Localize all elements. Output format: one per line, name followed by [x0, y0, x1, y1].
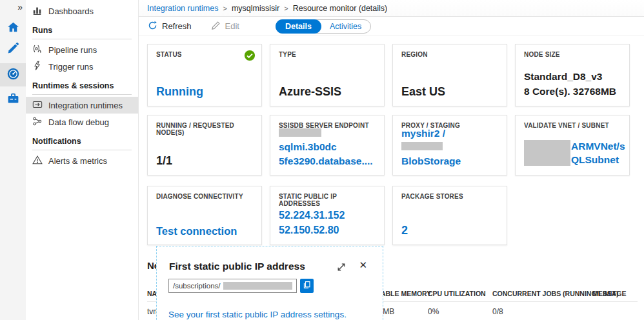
- card-validate-vnet: VALIDATE VNET / SUBNET ARMVNet/s QLSubne…: [515, 115, 630, 175]
- alert-triangle-icon: [32, 155, 43, 167]
- first-static-ip-dialog: First static public IP address ✕ /subscr…: [156, 246, 383, 320]
- breadcrumb-runtime-name: mysqlmissisir: [232, 4, 279, 13]
- region-value: East US: [401, 85, 499, 99]
- card-ssisdb-endpoint: SSISDB SERVER ENDPOINT sqlmi.3b0dc 5fe32…: [270, 115, 385, 175]
- card-label: NODE SIZE: [524, 51, 621, 58]
- ssisdb-endpoint-link[interactable]: sqlmi.3b0dc 5fe3290.database....: [279, 126, 377, 168]
- static-ips-links[interactable]: 52.224.31.152 52.150.52.80: [279, 208, 377, 237]
- breadcrumb: Integration runtimes > mysqlmissisir > R…: [139, 0, 644, 17]
- redacted-subscription-id: [223, 282, 292, 290]
- card-label: STATUS: [156, 51, 253, 58]
- redacted-endpoint: [279, 128, 321, 137]
- card-label: VALIDATE VNET / SUBNET: [524, 122, 621, 129]
- edit-pencil-icon: [211, 21, 221, 32]
- static-ip-settings-link[interactable]: See your first static public IP address …: [168, 310, 347, 319]
- copy-button[interactable]: [300, 279, 314, 293]
- breadcrumb-integration-runtimes[interactable]: Integration runtimes: [147, 4, 218, 13]
- view-toggle: Details Activities: [276, 19, 371, 34]
- sidebar-item-label: Integration runtimes: [48, 101, 123, 110]
- test-connection-link[interactable]: Test connection: [156, 225, 254, 237]
- sidebar-item-label: Data flow debug: [48, 117, 109, 127]
- card-node-size: NODE SIZE Standard_D8_v3 8 Core(s). 3276…: [515, 44, 630, 106]
- card-running-nodes: RUNNING / REQUESTED NODE(S) 1/1: [147, 115, 262, 175]
- input-prefix-text: /subscriptions/: [173, 282, 221, 290]
- trigger-runs-icon: [32, 61, 43, 73]
- ssisdb-line1: sqlmi.3b0dc: [279, 141, 337, 152]
- column-header-cpu-utilization: CPU UTILIZATION: [428, 290, 486, 297]
- redacted-vnet: [524, 140, 570, 166]
- proxy-line1: myshir2 /: [401, 126, 499, 140]
- vnet-subnet-link[interactable]: ARMVNet/s QLSubnet: [524, 140, 623, 167]
- sidebar-item-label: Alerts & metrics: [48, 156, 107, 166]
- ip-resource-input[interactable]: /subscriptions/: [168, 279, 297, 293]
- sidebar-item-pipeline-runs[interactable]: Pipeline runs: [26, 41, 138, 58]
- expand-icon[interactable]: [336, 262, 347, 272]
- proxy-staging-link[interactable]: myshir2 / BlobStorage: [401, 126, 499, 168]
- pencil-icon: [6, 41, 20, 57]
- card-label: STATIC PUBLIC IP ADDRESSES: [279, 193, 376, 207]
- node-row-cpu: 0%: [428, 307, 439, 316]
- dialog-title: First static public IP address: [169, 261, 305, 272]
- sidebar-section-runtimes: Runtimes & sessions: [32, 81, 132, 95]
- card-type: TYPE Azure-SSIS: [270, 44, 385, 106]
- status-value-link[interactable]: Running: [156, 85, 254, 99]
- refresh-button[interactable]: Refresh: [148, 21, 192, 32]
- sidebar-menu: Dashboards Runs Pipeline runs Trigger ru…: [26, 0, 139, 320]
- node-size-value: Standard_D8_v3 8 Core(s). 32768MB: [524, 69, 622, 99]
- rail-item-monitor[interactable]: [0, 63, 26, 86]
- column-header-message: MESSAGE: [592, 290, 627, 297]
- rail-item-manage[interactable]: [0, 88, 26, 111]
- monitor-gauge-icon: [6, 67, 20, 83]
- status-check-icon: [244, 50, 256, 61]
- ip-address-2[interactable]: 52.150.52.80: [279, 223, 377, 237]
- card-label: DIAGNOSE CONNECTIVITY: [156, 193, 253, 200]
- card-package-stores: PACKAGE STORES 2: [392, 186, 507, 245]
- card-label: RUNNING / REQUESTED NODE(S): [156, 122, 253, 136]
- rail-item-home[interactable]: [0, 17, 26, 40]
- sidebar-item-dashboards[interactable]: Dashboards: [26, 3, 138, 19]
- node-row-jobs: 0/8: [492, 307, 503, 316]
- sidebar-item-label: Dashboards: [48, 6, 94, 16]
- close-icon[interactable]: ✕: [359, 259, 367, 271]
- card-label: TYPE: [279, 51, 376, 58]
- card-region: REGION East US: [392, 44, 507, 106]
- sidebar-item-alerts-metrics[interactable]: Alerts & metrics: [26, 152, 138, 169]
- vnet-line1: ARMVNet/s: [571, 140, 625, 154]
- tab-activities[interactable]: Activities: [320, 19, 371, 34]
- tab-details[interactable]: Details: [276, 19, 321, 34]
- node-size-line2: 8 Core(s). 32768MB: [524, 84, 622, 99]
- proxy-line2: BlobStorage: [401, 155, 461, 166]
- ssisdb-line2: 5fe3290.database....: [279, 154, 377, 168]
- card-static-ips: STATIC PUBLIC IP ADDRESSES 52.224.31.152…: [270, 186, 385, 245]
- toolbox-icon: [6, 92, 20, 108]
- integration-runtimes-icon: [32, 99, 43, 112]
- refresh-label: Refresh: [162, 21, 192, 31]
- sidebar-item-integration-runtimes[interactable]: Integration runtimes: [26, 97, 138, 114]
- breadcrumb-current-page: Resource monitor (details): [293, 4, 388, 13]
- sidebar-section-runs: Runs: [32, 26, 132, 39]
- edit-button[interactable]: Edit: [211, 21, 239, 32]
- copy-icon: [303, 280, 311, 292]
- card-proxy-staging: PROXY / STAGING myshir2 / BlobStorage: [392, 115, 507, 175]
- card-diagnose-connectivity: DIAGNOSE CONNECTIVITY Test connection: [147, 186, 262, 245]
- edit-label: Edit: [225, 21, 239, 31]
- type-value: Azure-SSIS: [279, 85, 377, 99]
- card-status: STATUS Running: [147, 44, 262, 106]
- rail-item-author[interactable]: [0, 37, 26, 61]
- sidebar-item-trigger-runs[interactable]: Trigger runs: [26, 58, 138, 75]
- home-icon: [6, 21, 20, 37]
- running-nodes-value: 1/1: [156, 154, 254, 168]
- sidebar-collapse-button[interactable]: »: [17, 2, 23, 12]
- icon-rail: »: [0, 0, 26, 320]
- card-label: REGION: [401, 51, 498, 58]
- card-label: PACKAGE STORES: [401, 193, 498, 200]
- pipeline-runs-icon: [32, 44, 43, 56]
- sidebar-item-label: Trigger runs: [48, 62, 94, 72]
- ip-address-1[interactable]: 52.224.31.152: [279, 208, 377, 223]
- package-stores-link[interactable]: 2: [401, 224, 499, 237]
- sidebar-section-notifications: Notifications: [32, 137, 132, 150]
- sidebar-item-label: Pipeline runs: [48, 45, 97, 55]
- sidebar-item-data-flow-debug[interactable]: Data flow debug: [26, 114, 138, 130]
- dashboards-icon: [32, 5, 43, 17]
- breadcrumb-separator: >: [223, 5, 226, 12]
